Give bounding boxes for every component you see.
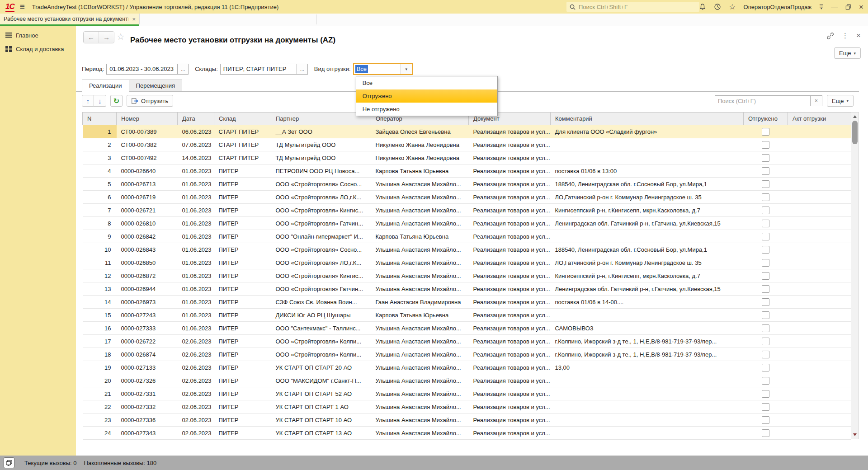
- table-row[interactable]: 230000-02733602.06.2023ПИТЕРУК СТАРТ ОП …: [83, 414, 851, 427]
- table-row[interactable]: 100000-02684301.06.2023ПИТЕРООО «Стройто…: [83, 243, 851, 256]
- table-row[interactable]: 180000-02687402.06.2023ПИТЕРООО «Стройто…: [83, 348, 851, 361]
- history-icon[interactable]: [714, 3, 721, 10]
- scrollbar-thumb[interactable]: [852, 121, 858, 144]
- cell-shipped: [744, 243, 788, 256]
- search-clear-button[interactable]: ×: [811, 95, 822, 106]
- dropdown-item[interactable]: Не отгружено: [356, 103, 497, 116]
- shipped-checkbox[interactable]: [762, 272, 769, 280]
- shipped-checkbox[interactable]: [762, 154, 769, 162]
- shipped-checkbox[interactable]: [762, 128, 769, 136]
- main-menu-icon[interactable]: ≡: [20, 2, 25, 12]
- shipped-checkbox[interactable]: [762, 220, 769, 227]
- table-row[interactable]: 70000-02672101.06.2023ПИТЕРООО «Стройтор…: [83, 204, 851, 217]
- global-search-input[interactable]: Поиск Ctrl+Shift+F: [566, 2, 699, 12]
- shipped-checkbox[interactable]: [762, 207, 769, 214]
- sidebar-item-main[interactable]: Главное: [0, 28, 76, 42]
- link-icon[interactable]: [826, 32, 834, 40]
- shipped-checkbox[interactable]: [762, 364, 769, 371]
- shipped-checkbox[interactable]: [762, 324, 769, 332]
- dropdown-item[interactable]: Отгружено: [356, 89, 497, 103]
- column-header-n[interactable]: N: [83, 113, 117, 125]
- table-search-input[interactable]: [715, 95, 811, 106]
- favorite-star-icon[interactable]: ☆: [117, 31, 125, 42]
- close-window-icon[interactable]: ×: [859, 3, 863, 11]
- scroll-up-icon[interactable]: [851, 113, 859, 120]
- table-row[interactable]: 160000-02733301.06.2023ПИТЕРООО "Сантехм…: [83, 322, 851, 335]
- shipped-checkbox[interactable]: [762, 416, 769, 424]
- more-menu-icon[interactable]: ⋮: [842, 32, 849, 40]
- column-header-warehouse[interactable]: Склад: [214, 113, 271, 125]
- forward-button[interactable]: →: [99, 32, 114, 43]
- shipped-checkbox[interactable]: [762, 141, 769, 149]
- vertical-scrollbar[interactable]: [851, 112, 859, 439]
- table-row[interactable]: 40000-02664001.06.2023ПИТЕРПЕТРОВИЧ ООО …: [83, 164, 851, 178]
- warehouses-picker-button[interactable]: ...: [297, 64, 308, 75]
- shipped-checkbox[interactable]: [762, 298, 769, 306]
- table-row[interactable]: 200000-02732602.06.2023ПИТЕРООО "МАКСИДО…: [83, 374, 851, 387]
- period-input[interactable]: [106, 64, 178, 75]
- column-header-date[interactable]: Дата: [178, 113, 214, 125]
- back-button[interactable]: ←: [84, 32, 99, 43]
- shipped-checkbox[interactable]: [762, 311, 769, 319]
- form-more-button[interactable]: Еще▾: [834, 47, 861, 59]
- table-row[interactable]: 3СТ00-00749214.06.2023СТАРТ ПИТЕРТД Муль…: [83, 151, 851, 164]
- table-row[interactable]: 80000-02681001.06.2023ПИТЕРООО «Стройтор…: [83, 217, 851, 230]
- table-row[interactable]: 150000-02724301.06.2023ПИТЕРДИКСИ Юг АО …: [83, 309, 851, 322]
- service-menu-icon[interactable]: ≡▾: [819, 5, 823, 9]
- table-more-button[interactable]: Еще▾: [827, 95, 854, 107]
- table-row[interactable]: 140000-02697301.06.2023ПИТЕРСЗФ Союз Св.…: [83, 296, 851, 309]
- column-header-act[interactable]: Акт отгрузки: [788, 113, 851, 125]
- notifications-bell-icon[interactable]: [699, 3, 706, 10]
- table-row[interactable]: 190000-02713302.06.2023ПИТЕРУК СТАРТ ОП …: [83, 361, 851, 374]
- shipment-type-combobox[interactable]: Все ▾ ВсеОтгруженоНе отгружено: [353, 63, 413, 75]
- dropdown-item[interactable]: Все: [356, 76, 497, 89]
- table-row[interactable]: 60000-02671901.06.2023ПИТЕРООО «Стройтор…: [83, 191, 851, 204]
- table-row[interactable]: 1СТ00-00738906.06.2023СТАРТ ПИТЕР__А Зет…: [83, 125, 851, 138]
- shipped-checkbox[interactable]: [762, 180, 769, 188]
- table-row[interactable]: 130000-02694401.06.2023ПИТЕРООО «Стройто…: [83, 282, 851, 296]
- shipped-checkbox[interactable]: [762, 351, 769, 358]
- tab-realizations[interactable]: Реализации: [82, 80, 129, 92]
- shipped-checkbox[interactable]: [762, 233, 769, 240]
- shipped-checkbox[interactable]: [762, 403, 769, 411]
- combobox-dropdown-button[interactable]: ▾: [401, 64, 412, 74]
- scroll-down-icon[interactable]: [851, 431, 859, 438]
- table-row[interactable]: 2СТ00-00738207.06.2023СТАРТ ПИТЕРТД Муль…: [83, 138, 851, 151]
- move-up-button[interactable]: ↑: [82, 95, 94, 107]
- tab-close-icon[interactable]: ×: [132, 16, 136, 23]
- tab-workplace[interactable]: Рабочее место установки отгрузки на доку…: [0, 14, 140, 24]
- shipped-checkbox[interactable]: [762, 285, 769, 293]
- tab-transfers[interactable]: Перемещения: [129, 80, 182, 92]
- minimize-window-icon[interactable]: —: [831, 4, 838, 10]
- table-row[interactable]: 170000-02672202.06.2023ПИТЕРООО «Стройто…: [83, 335, 851, 348]
- column-header-number[interactable]: Номер: [117, 113, 178, 125]
- close-form-icon[interactable]: ×: [856, 31, 861, 40]
- shipped-checkbox[interactable]: [762, 390, 769, 398]
- shipped-checkbox[interactable]: [762, 429, 769, 437]
- table-row[interactable]: 240000-02734302.06.2023ПИТЕРУК СТАРТ ОП …: [83, 427, 851, 440]
- table-row[interactable]: 90000-02684201.06.2023ПИТЕРООО "Онлайн-г…: [83, 230, 851, 243]
- shipped-checkbox[interactable]: [762, 338, 769, 345]
- column-header-shipped[interactable]: Отгружено: [744, 113, 788, 125]
- restore-window-icon[interactable]: [845, 4, 851, 10]
- shipped-checkbox[interactable]: [762, 377, 769, 385]
- table-row[interactable]: 210000-02733102.06.2023ПИТЕРУК СТАРТ ОП …: [83, 387, 851, 400]
- shipped-checkbox[interactable]: [762, 193, 769, 201]
- shipped-checkbox[interactable]: [762, 167, 769, 175]
- sidebar-item-warehouse[interactable]: Склад и доставка: [0, 42, 76, 56]
- ship-button[interactable]: Отгрузить: [127, 95, 173, 107]
- move-down-button[interactable]: ↓: [94, 95, 106, 107]
- period-picker-button[interactable]: ...: [178, 64, 189, 75]
- shipped-checkbox[interactable]: [762, 259, 769, 267]
- refresh-button[interactable]: ↻: [110, 95, 123, 107]
- favorites-star-icon[interactable]: ☆: [729, 3, 736, 11]
- table-row[interactable]: 220000-02733202.06.2023ПИТЕРУК СТАРТ ОП …: [83, 400, 851, 414]
- warehouses-input[interactable]: [220, 64, 297, 75]
- table-row[interactable]: 50000-02671301.06.2023ПИТЕРООО «Стройтор…: [83, 178, 851, 191]
- column-header-comment[interactable]: Комментарий: [551, 113, 744, 125]
- performance-indicator-icon[interactable]: [4, 457, 14, 468]
- current-user[interactable]: ОператорОтделаПродаж: [744, 4, 812, 10]
- table-row[interactable]: 120000-02687201.06.2023ПИТЕРООО «Стройто…: [83, 269, 851, 282]
- table-row[interactable]: 110000-02685001.06.2023ПИТЕРООО «Стройто…: [83, 256, 851, 269]
- shipped-checkbox[interactable]: [762, 246, 769, 254]
